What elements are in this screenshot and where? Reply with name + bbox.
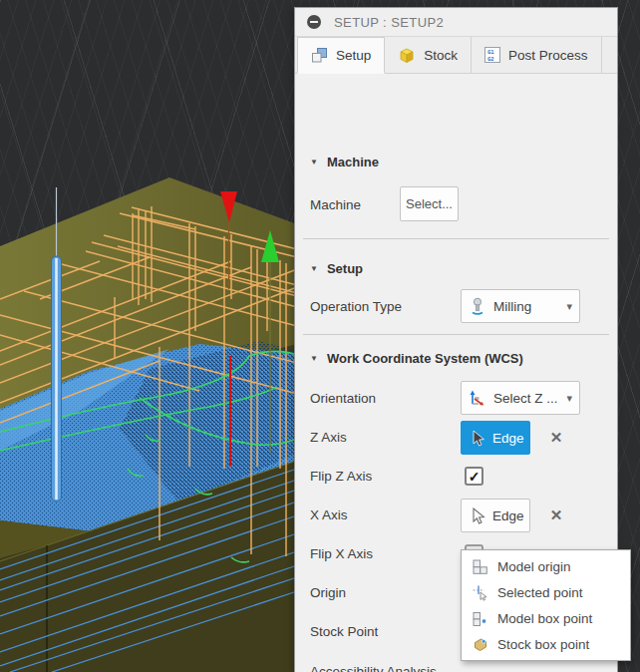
origin-label: Origin xyxy=(310,585,346,600)
section-header-wcs[interactable]: ▼ Work Coordinate System (WCS) xyxy=(310,351,523,366)
selected-point-icon xyxy=(471,584,488,601)
machine-label: Machine xyxy=(310,197,361,212)
flip-z-label: Flip Z Axis xyxy=(310,469,372,484)
tab-post-process[interactable]: G1 G2 Post Process xyxy=(472,37,602,73)
chevron-down-icon: ▼ xyxy=(310,158,318,167)
svg-text:G2: G2 xyxy=(487,56,494,62)
z-axis-label: Z Axis xyxy=(310,430,347,445)
tab-label: Post Process xyxy=(508,48,588,63)
tool-highlight xyxy=(55,258,58,500)
tab-label: Stock xyxy=(424,48,458,63)
tab-label: Setup xyxy=(336,48,371,63)
axes-icon xyxy=(469,389,486,407)
chevron-down-icon: ▼ xyxy=(310,264,318,273)
chevron-down-icon: ▾ xyxy=(566,300,572,313)
cursor-icon xyxy=(470,430,485,447)
divider xyxy=(303,334,609,335)
setup-tab-icon xyxy=(311,47,328,64)
orientation-label: Orientation xyxy=(310,391,376,406)
menu-item-model-origin[interactable]: Model origin xyxy=(462,553,630,579)
machine-select-button[interactable]: Select... xyxy=(400,186,459,221)
tab-strip: Setup Stock G1 G2 Post Process xyxy=(295,37,617,74)
z-axis-clear-icon[interactable]: ✕ xyxy=(544,426,568,450)
post-process-tab-icon: G1 G2 xyxy=(484,47,500,63)
chevron-down-icon: ▾ xyxy=(566,392,572,405)
x-axis-edge-button[interactable]: Edge xyxy=(461,499,530,532)
model-box-point-icon xyxy=(471,610,488,627)
model-origin-icon xyxy=(471,558,488,575)
stock-point-label: Stock Point xyxy=(310,624,378,639)
x-axis-clear-icon[interactable]: ✕ xyxy=(544,504,568,527)
x-axis-label: X Axis xyxy=(310,507,348,522)
stock-tab-icon xyxy=(398,47,416,64)
menu-item-model-box-point[interactable]: Model box point xyxy=(462,605,630,631)
stock-box-point-icon xyxy=(471,636,488,653)
orientation-select[interactable]: Select Z ... ▾ xyxy=(461,381,580,415)
collapse-icon[interactable] xyxy=(307,15,321,29)
accessibility-analysis-label: Accessibility Analysis xyxy=(310,664,437,672)
menu-item-stock-box-point[interactable]: Stock box point xyxy=(462,631,630,657)
divider xyxy=(303,238,609,239)
flip-x-label: Flip X Axis xyxy=(310,546,373,561)
svg-text:G1: G1 xyxy=(487,49,494,55)
operation-type-select[interactable]: Milling ▾ xyxy=(461,289,580,323)
chevron-down-icon: ▼ xyxy=(310,354,318,363)
dialog-titlebar: SETUP : SETUP2 xyxy=(295,8,617,37)
milling-icon xyxy=(469,297,486,315)
section-header-setup[interactable]: ▼ Setup xyxy=(310,261,363,276)
tab-stock[interactable]: Stock xyxy=(385,37,472,73)
cursor-icon xyxy=(470,507,485,524)
flip-z-checkbox[interactable]: ✓ xyxy=(465,467,483,486)
menu-item-selected-point[interactable]: Selected point xyxy=(462,579,630,605)
z-axis-edge-button[interactable]: Edge xyxy=(461,421,530,455)
origin-dropdown-menu: Model origin Selected point Model box po… xyxy=(461,549,631,661)
section-header-machine[interactable]: ▼ Machine xyxy=(310,155,379,169)
tab-setup[interactable]: Setup xyxy=(297,37,385,74)
dialog-title: SETUP : SETUP2 xyxy=(334,15,444,30)
operation-type-label: Operation Type xyxy=(310,299,402,314)
